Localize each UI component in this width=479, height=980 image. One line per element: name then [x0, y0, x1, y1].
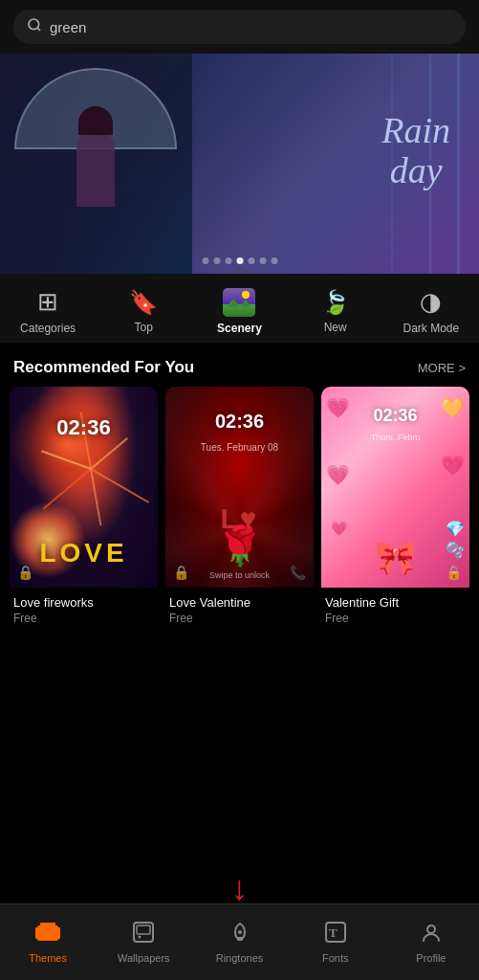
darkmode-label: Dark Mode: [403, 322, 460, 335]
new-label: New: [324, 321, 347, 334]
heart-4: 💗: [441, 454, 465, 477]
card-gift-image: 💗 💛 💗 💗 💗 02:36 Thurs. Febru 🎀 💎 🫧 🔒: [321, 387, 469, 588]
hero-dot-6: [259, 257, 266, 264]
search-value: green: [50, 19, 86, 35]
card-valentine-gift[interactable]: 💗 💛 💗 💗 💗 02:36 Thurs. Febru 🎀 💎 🫧 🔒 Val…: [321, 387, 469, 629]
hero-dot-1: [202, 257, 208, 264]
cat-item-top[interactable]: 🔖 Top: [105, 289, 182, 334]
card-valentine-date: Tues. February 08: [201, 442, 278, 453]
categories-icon: ⊞: [37, 287, 58, 317]
card-valentine-price: Free: [169, 612, 310, 625]
themes-icon: [35, 922, 60, 948]
heart-2: 💛: [441, 396, 465, 419]
card-fireworks-info: Love fireworks Free: [10, 588, 158, 629]
lock-icon-gift: 🔒: [446, 565, 462, 580]
search-bar: green: [0, 0, 479, 54]
card-fireworks-time: 02:36: [56, 415, 110, 440]
nav-item-fonts[interactable]: T Fonts: [288, 914, 383, 971]
themes-label: Themes: [29, 952, 67, 964]
svg-point-0: [29, 19, 39, 30]
cat-item-new[interactable]: 🍃 New: [297, 289, 374, 334]
hero-dot-2: [213, 257, 220, 264]
hero-dot-7: [271, 257, 277, 264]
svg-text:T: T: [329, 925, 337, 940]
darkmode-icon: ◑: [420, 287, 442, 317]
svg-point-10: [238, 930, 242, 934]
svg-line-1: [37, 28, 40, 31]
card-gift-date: Thurs. Febru: [371, 433, 421, 442]
nav-item-ringtones[interactable]: Ringtones: [191, 914, 287, 971]
card-fireworks-image: 02:36 LOVE 🔒: [10, 387, 158, 588]
svg-rect-4: [55, 927, 60, 939]
hero-dot-5: [248, 257, 254, 264]
cat-item-categories[interactable]: ⊞ Categories: [10, 287, 86, 335]
svg-point-8: [139, 935, 142, 938]
cat-item-darkmode[interactable]: ◑ Dark Mode: [393, 287, 469, 335]
recommended-title: Recommended For You: [13, 358, 194, 377]
ringtones-label: Ringtones: [216, 952, 264, 964]
heart-3: 💗: [326, 463, 350, 486]
card-valentine-image: 02:36 Tues. February 08 🌹 L♥ Swipe to un…: [165, 387, 314, 588]
search-input-container[interactable]: green: [13, 10, 466, 44]
cards-grid: 02:36 LOVE 🔒 Love fireworks Free 02:36 T…: [0, 387, 479, 629]
bow-icon: 🎀: [375, 539, 417, 578]
card-fireworks-title: Love fireworks: [13, 595, 154, 610]
hero-dot-4-active: [236, 257, 243, 264]
svg-rect-5: [40, 923, 55, 927]
wallpapers-label: Wallpapers: [118, 952, 170, 964]
svg-rect-2: [37, 925, 58, 941]
profile-label: Profile: [416, 952, 446, 964]
categories-label: Categories: [20, 322, 76, 335]
search-icon: [27, 17, 42, 36]
category-nav: ⊞ Categories 🔖 Top Scenery 🍃 New ◑ Dark …: [0, 274, 479, 343]
swipe-hint: Swipe to unlock: [209, 570, 270, 580]
card-gift-price: Free: [325, 612, 466, 625]
cat-item-scenery[interactable]: Scenery: [201, 288, 277, 335]
hero-dots: [202, 257, 277, 264]
nav-item-themes[interactable]: Themes: [0, 914, 96, 971]
svg-rect-7: [137, 925, 150, 934]
bottom-navigation: Themes Wallpapers Ringtones T: [0, 903, 479, 980]
card-love-fireworks[interactable]: 02:36 LOVE 🔒 Love fireworks Free: [10, 387, 158, 629]
card-valentine-time: 02:36: [215, 411, 264, 433]
card-gift-time: 02:36: [373, 406, 417, 426]
heart-1: 💗: [326, 396, 350, 419]
hero-banner[interactable]: Rain day: [0, 54, 479, 274]
heart-5: 💗: [331, 521, 347, 536]
phone-icon-valentine: 📞: [290, 565, 306, 580]
svg-rect-9: [237, 938, 243, 941]
top-icon: 🔖: [129, 289, 158, 316]
svg-point-13: [427, 925, 435, 933]
fonts-icon: T: [325, 922, 346, 948]
new-icon: 🍃: [321, 289, 350, 316]
ringtones-icon: [229, 922, 250, 948]
fonts-label: Fonts: [322, 952, 349, 964]
arrow-indicator: ↓: [231, 868, 249, 908]
card-fireworks-love: LOVE: [39, 538, 127, 568]
lock-icon-valentine: 🔒: [173, 565, 189, 580]
hero-text: Rain day: [381, 111, 450, 191]
card-fireworks-price: Free: [13, 612, 154, 625]
svg-rect-3: [35, 927, 40, 939]
profile-icon: [421, 922, 442, 948]
scenery-label: Scenery: [217, 322, 262, 335]
card-gift-title: Valentine Gift: [325, 595, 466, 610]
card-valentine-title: Love Valentine: [169, 595, 310, 610]
card-valentine-info: Love Valentine Free: [165, 588, 314, 629]
pearl-decorations: 💎 🫧: [446, 520, 465, 559]
nav-item-profile[interactable]: Profile: [383, 914, 479, 971]
lock-icon-fireworks: 🔒: [17, 565, 33, 580]
wallpapers-icon: [133, 922, 154, 948]
hero-dot-3: [225, 257, 231, 264]
card-love-valentine[interactable]: 02:36 Tues. February 08 🌹 L♥ Swipe to un…: [165, 387, 314, 629]
more-button[interactable]: MORE >: [418, 361, 466, 375]
scenery-icon: [223, 288, 255, 317]
recommended-section-header: Recommended For You MORE >: [0, 343, 479, 387]
lv-letters: L♥: [220, 502, 258, 535]
top-label: Top: [135, 321, 153, 334]
nav-item-wallpapers[interactable]: Wallpapers: [96, 914, 191, 971]
card-gift-info: Valentine Gift Free: [321, 588, 469, 629]
